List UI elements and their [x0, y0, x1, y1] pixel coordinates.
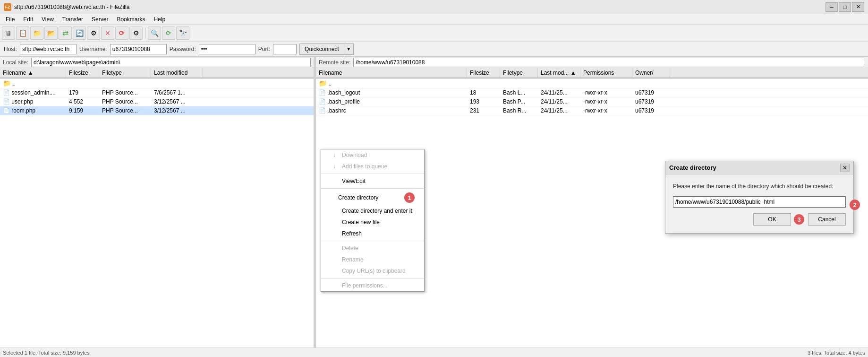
quickconnect-button[interactable]: Quickconnect	[299, 44, 344, 55]
col-header-filename-local[interactable]: Filename ▲	[0, 68, 66, 78]
context-refresh[interactable]: Refresh	[321, 228, 424, 239]
local-lastmod-cell: 3/12/2567 ...	[151, 97, 203, 106]
local-site-label: Local site:	[3, 59, 28, 66]
context-view-edit[interactable]: View/Edit	[321, 175, 424, 187]
local-file-row[interactable]: 📁 ..	[0, 78, 314, 88]
toolbar-filter[interactable]: ⚙	[87, 26, 100, 40]
col-header-lastmod-local[interactable]: Last modified	[151, 68, 203, 78]
host-input[interactable]	[20, 44, 77, 54]
context-add-queue[interactable]: ↓ Add files to queue	[321, 161, 424, 172]
col-header-owner-remote[interactable]: Owner/	[632, 68, 670, 78]
toolbar-cancel[interactable]: ✕	[101, 26, 114, 40]
context-copy-url[interactable]: Copy URL(s) to clipboard	[321, 265, 424, 277]
context-create-dir-enter[interactable]: Create directory and enter it	[321, 205, 424, 217]
badge-3: 3	[794, 214, 804, 225]
col-header-filetype-local[interactable]: Filetype	[99, 68, 151, 78]
toolbar-settings[interactable]: ⚙	[129, 26, 143, 40]
local-filesize-cell: 9,159	[66, 106, 99, 115]
col-header-filesize-local[interactable]: Filesize	[66, 68, 99, 78]
download-icon: ↓	[331, 152, 338, 158]
context-download[interactable]: ↓ Download	[321, 149, 424, 161]
col-header-filetype-remote[interactable]: Filetype	[500, 68, 538, 78]
menu-edit[interactable]: Edit	[19, 15, 37, 24]
col-header-lastmod-remote[interactable]: Last mod... ▲	[538, 68, 580, 78]
context-create-file[interactable]: Create new file	[321, 217, 424, 228]
remote-perms-cell: -rwxr-xr-x	[580, 106, 632, 115]
maximize-button[interactable]: □	[839, 2, 851, 12]
remote-owner-cell: u67319	[632, 97, 670, 106]
remote-filesize-cell: 193	[467, 97, 500, 106]
context-file-permissions[interactable]: File permissions...	[321, 280, 424, 291]
menu-server[interactable]: Server	[88, 15, 112, 24]
bash-icon: 📄	[319, 89, 326, 96]
toolbar-refresh[interactable]: ⟳	[162, 26, 175, 40]
toolbar-binoculars[interactable]: 🔭	[176, 26, 189, 40]
menu-help[interactable]: Help	[150, 15, 169, 24]
minimize-button[interactable]: ─	[825, 2, 838, 12]
remote-path-input[interactable]	[353, 58, 865, 67]
local-path-input[interactable]	[31, 58, 311, 67]
port-input[interactable]	[273, 44, 297, 54]
context-delete[interactable]: Delete	[321, 243, 424, 254]
remote-perms-cell: -rwxr-xr-x	[580, 97, 632, 106]
remote-filename-cell: 📄 .bash_logout	[316, 88, 467, 97]
local-filetype-cell: PHP Source...	[99, 97, 151, 106]
toolbar-new-site[interactable]: 🖥	[2, 26, 15, 40]
remote-lastmod-cell: 24/11/25...	[538, 88, 580, 97]
app-icon: FZ	[4, 3, 11, 11]
close-button[interactable]: ✕	[852, 2, 864, 12]
toolbar-prev[interactable]: 📂	[44, 26, 58, 40]
local-file-row[interactable]: 📄 session_admin.... 179 PHP Source... 7/…	[0, 88, 314, 97]
remote-perms-cell: -rwxr-xr-x	[580, 88, 632, 97]
menu-bookmarks[interactable]: Bookmarks	[113, 15, 149, 24]
col-header-filesize-remote[interactable]: Filesize	[467, 68, 500, 78]
toolbar-disconnect[interactable]: 📁	[30, 26, 43, 40]
toolbar-sync[interactable]: 🔄	[73, 26, 86, 40]
toolbar-reconnect[interactable]: 📋	[16, 26, 29, 40]
remote-filetype-cell: Bash P...	[500, 97, 538, 106]
local-filename-cell: 📄 session_admin....	[0, 88, 66, 97]
remote-filename-cell: 📄 .bashrc	[316, 106, 467, 115]
remote-file-row[interactable]: 📄 .bash_profile 193 Bash P... 24/11/25..…	[316, 97, 868, 106]
bash-icon: 📄	[319, 98, 326, 105]
local-filename-cell: 📄 user.php	[0, 97, 66, 106]
folder-icon: 📁	[3, 79, 11, 87]
remote-file-row[interactable]: 📄 .bashrc 231 Bash R... 24/11/25... -rwx…	[316, 106, 868, 115]
local-filetype-cell: PHP Source...	[99, 88, 151, 97]
username-input[interactable]	[110, 44, 167, 54]
local-lastmod-cell	[151, 82, 203, 84]
local-file-row[interactable]: 📄 room.php 9,159 PHP Source... 3/12/2567…	[0, 106, 314, 115]
local-file-list: Filename ▲ Filesize Filetype Last modifi…	[0, 68, 314, 348]
toolbar-refresh-queue[interactable]: ⟳	[115, 26, 128, 40]
php-icon: 📄	[3, 89, 10, 96]
dialog-close-button[interactable]: ✕	[840, 164, 850, 172]
dialog-ok-button[interactable]: OK	[753, 213, 791, 226]
menu-bar: File Edit View Transfer Server Bookmarks…	[0, 14, 868, 25]
context-menu: ↓ Download ↓ Add files to queue View/Edi…	[321, 149, 425, 292]
remote-filename-cell: 📁 ..	[316, 78, 467, 88]
window-title: sftp://u67319010088@web.rvc.ac.th - File…	[14, 4, 129, 10]
menu-file[interactable]: File	[2, 15, 18, 24]
context-create-directory[interactable]: Create directory 1	[321, 190, 424, 205]
directory-name-input[interactable]	[673, 196, 846, 208]
local-file-row[interactable]: 📄 user.php 4,552 PHP Source... 3/12/2567…	[0, 97, 314, 106]
remote-filename-cell: 📄 .bash_profile	[316, 97, 467, 106]
context-rename[interactable]: Rename	[321, 254, 424, 265]
col-header-filename-remote[interactable]: Filename	[316, 68, 467, 78]
remote-file-row[interactable]: 📄 .bash_logout 18 Bash L... 24/11/25... …	[316, 88, 868, 97]
menu-transfer[interactable]: Transfer	[59, 15, 87, 24]
remote-file-row[interactable]: 📁 ..	[316, 78, 868, 88]
remote-site-label: Remote site:	[319, 59, 350, 66]
col-header-perms-remote[interactable]: Permissions	[580, 68, 632, 78]
remote-owner-cell	[632, 82, 670, 84]
toolbar-search[interactable]: 🔍	[148, 26, 161, 40]
password-input[interactable]	[199, 44, 255, 54]
menu-view[interactable]: View	[38, 15, 58, 24]
remote-filesize-cell	[467, 82, 500, 84]
local-filesize-cell	[66, 82, 99, 84]
dialog-cancel-button[interactable]: Cancel	[808, 213, 846, 226]
remote-lastmod-cell: 24/11/25...	[538, 106, 580, 115]
toolbar-transfer[interactable]: ⇄	[59, 26, 72, 40]
queue-icon: ↓	[331, 163, 338, 170]
quickconnect-dropdown[interactable]: ▼	[344, 44, 354, 55]
